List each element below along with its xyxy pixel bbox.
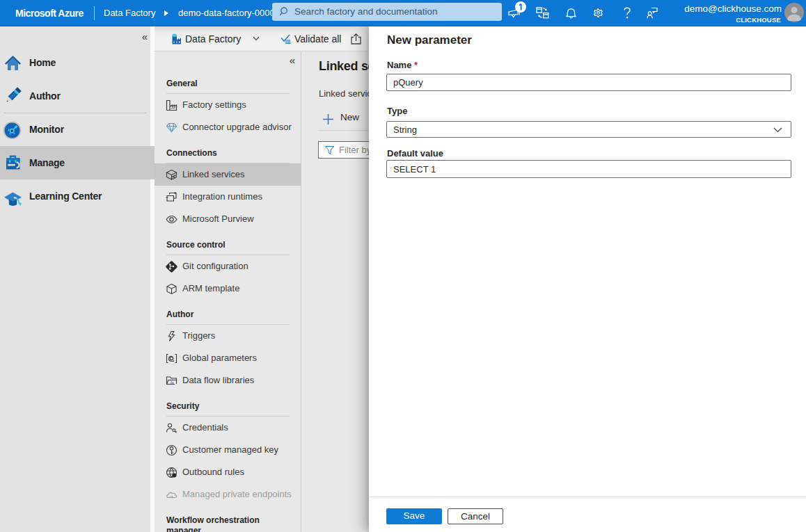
svg-text:fx: fx: [171, 380, 174, 385]
